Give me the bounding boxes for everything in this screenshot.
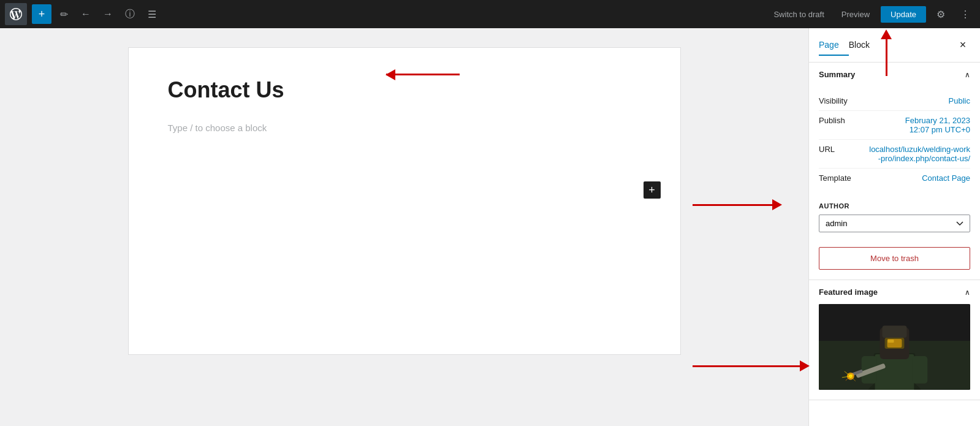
url-row: URL localhost/luzuk/welding-work-pro/ind… bbox=[819, 140, 970, 169]
summary-body: Visibility Public Publish February 21, 2… bbox=[809, 86, 980, 197]
switch-to-draft-button[interactable]: Switch to draft bbox=[767, 6, 830, 23]
sidebar: Page Block × Summary ∧ Visibility Public… bbox=[808, 28, 980, 426]
sidebar-close-button[interactable]: × bbox=[955, 38, 970, 53]
svg-rect-12 bbox=[888, 340, 894, 343]
template-row: Template Contact Page bbox=[819, 169, 970, 188]
featured-image-section-header[interactable]: Featured image ∧ bbox=[809, 280, 980, 304]
settings-button[interactable]: ⚙ bbox=[931, 4, 951, 24]
wordpress-icon bbox=[10, 8, 22, 20]
visibility-value[interactable]: Public bbox=[949, 96, 970, 105]
publish-label: Publish bbox=[819, 116, 868, 125]
redo-button[interactable]: → bbox=[98, 4, 118, 24]
wp-logo bbox=[5, 3, 27, 25]
featured-image-thumbnail[interactable] bbox=[819, 304, 970, 390]
add-block-button[interactable]: + bbox=[32, 4, 51, 24]
add-block-inline-button[interactable]: + bbox=[644, 181, 661, 199]
summary-section: Summary ∧ Visibility Public Publish Febr… bbox=[809, 63, 980, 280]
visibility-row: Visibility Public bbox=[819, 91, 970, 111]
author-section: AUTHOR admin bbox=[809, 197, 980, 242]
preview-button[interactable]: Preview bbox=[835, 6, 876, 23]
svg-rect-4 bbox=[875, 354, 914, 390]
featured-image-title: Featured image bbox=[819, 287, 878, 297]
author-label: AUTHOR bbox=[819, 202, 970, 210]
edit-button[interactable]: ✏ bbox=[54, 4, 74, 24]
author-select[interactable]: admin bbox=[819, 215, 970, 232]
editor-area: Contact Us Type / to choose a block + bbox=[0, 28, 808, 426]
main-layout: Contact Us Type / to choose a block + Pa… bbox=[0, 28, 980, 426]
featured-image-chevron: ∧ bbox=[965, 288, 970, 297]
template-label: Template bbox=[819, 173, 868, 183]
publish-value[interactable]: February 21, 2023 12:07 pm UTC+0 bbox=[905, 116, 970, 134]
topbar: + ✏ ← → ⓘ ☰ Switch to draft Preview Upda… bbox=[0, 0, 980, 28]
featured-image-body bbox=[809, 304, 980, 400]
summary-section-header[interactable]: Summary ∧ bbox=[809, 63, 980, 86]
options-button[interactable]: ⋮ bbox=[955, 4, 975, 24]
trash-section: Move to trash bbox=[809, 242, 980, 280]
template-value[interactable]: Contact Page bbox=[922, 173, 970, 183]
undo-button[interactable]: ← bbox=[76, 4, 96, 24]
svg-rect-6 bbox=[912, 356, 927, 384]
list-view-button[interactable]: ☰ bbox=[142, 4, 162, 24]
sidebar-tabs: Page Block bbox=[819, 35, 955, 55]
visibility-label: Visibility bbox=[819, 96, 868, 105]
sidebar-header: Page Block × bbox=[809, 28, 980, 63]
url-label: URL bbox=[819, 145, 868, 154]
editor-canvas: Contact Us Type / to choose a block + bbox=[129, 48, 680, 354]
featured-image-svg bbox=[819, 304, 970, 390]
info-button[interactable]: ⓘ bbox=[120, 4, 140, 24]
publish-row: Publish February 21, 2023 12:07 pm UTC+0 bbox=[819, 111, 970, 140]
tab-page[interactable]: Page bbox=[819, 35, 849, 56]
annotation-arrow-title bbox=[386, 74, 460, 75]
tab-block[interactable]: Block bbox=[849, 35, 879, 56]
url-value[interactable]: localhost/luzuk/welding-work-pro/index.p… bbox=[868, 145, 970, 163]
move-to-trash-button[interactable]: Move to trash bbox=[819, 247, 970, 270]
svg-rect-9 bbox=[883, 325, 907, 338]
summary-title: Summary bbox=[819, 70, 855, 79]
summary-chevron: ∧ bbox=[965, 70, 970, 79]
block-placeholder: Type / to choose a block bbox=[168, 123, 641, 133]
update-button[interactable]: Update bbox=[881, 6, 926, 23]
featured-image-section: Featured image ∧ bbox=[809, 280, 980, 400]
page-title[interactable]: Contact Us bbox=[168, 77, 641, 103]
